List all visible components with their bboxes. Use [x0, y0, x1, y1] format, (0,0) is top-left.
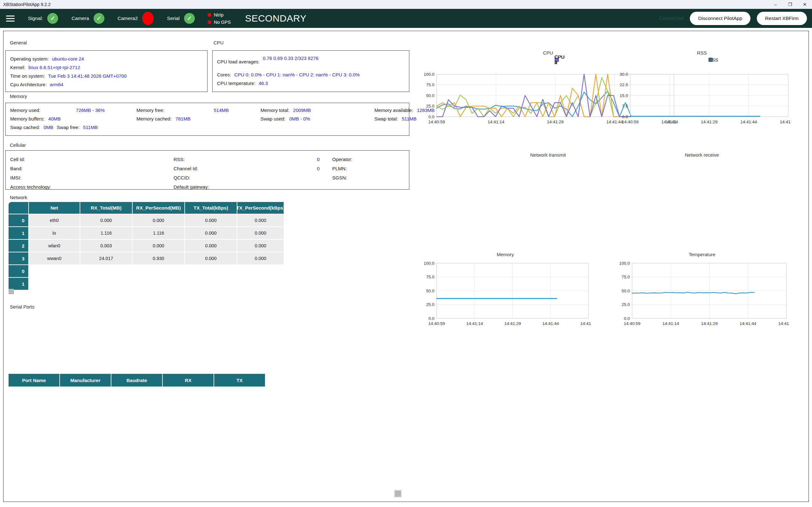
- table-cell: 0.000: [185, 252, 237, 265]
- cellular-section-label: Cellular: [10, 143, 26, 148]
- field-label: Memory available:: [374, 106, 413, 114]
- svg-text:0.0: 0.0: [622, 114, 628, 119]
- field-value: 511MB: [83, 123, 98, 131]
- field-value: 514MB: [213, 106, 229, 114]
- field-label: Swap free:: [57, 123, 80, 131]
- close-icon[interactable]: ✕: [797, 0, 812, 9]
- svg-text:100.0: 100.0: [619, 261, 630, 266]
- field-label: Time on system:: [10, 73, 45, 79]
- svg-text:75.0: 75.0: [426, 82, 435, 87]
- status-signal: Signal: ✓: [28, 13, 58, 24]
- table-row: 1 lo 1.116 1.116 0.000 0.000: [9, 227, 284, 239]
- table-cell: wlan0: [29, 240, 80, 252]
- table-cell: 0.000: [80, 214, 132, 226]
- resize-handle[interactable]: [395, 491, 401, 497]
- window-controls: – ❐ ✕: [768, 0, 812, 9]
- table-cell: 24.017: [80, 252, 132, 265]
- svg-text:14:40:59: 14:40:59: [624, 321, 641, 326]
- svg-text:0.0: 0.0: [428, 316, 435, 321]
- field-label: Cell Id:: [10, 155, 25, 164]
- svg-text:14:40:59: 14:40:59: [622, 119, 639, 124]
- header-actions: Connected Disconnect PilotApp Restart XB…: [659, 12, 807, 25]
- gps-label: No GPS: [214, 20, 231, 25]
- field-value: Tue Feb 3 14:41:48 2026 GMT+0700: [48, 73, 126, 79]
- svg-text:25.0: 25.0: [426, 302, 435, 307]
- svg-text:22.5: 22.5: [620, 82, 628, 87]
- status-camera2-label: Camera2: [118, 15, 138, 21]
- status-signal-label: Signal:: [28, 15, 43, 21]
- field-value: arm64: [50, 82, 63, 87]
- field-value: 0: [317, 164, 319, 173]
- restart-xbfirm-button[interactable]: Restart XBFirm: [757, 12, 807, 25]
- field-label: Swap used:: [260, 114, 285, 123]
- table-cell: 0.930: [133, 252, 184, 265]
- table-cell: 0.000: [237, 227, 284, 239]
- table-cell: 1.116: [80, 227, 132, 239]
- rss-chart: RSSRSS0.07.515.022.530.014:40:5914:41:14…: [613, 50, 791, 129]
- field-label: RSS:: [173, 155, 185, 164]
- field-label: Channel Id:: [173, 164, 198, 173]
- minimize-icon[interactable]: –: [768, 0, 783, 9]
- mode-title: SECONDARY: [245, 13, 307, 24]
- svg-text:100.0: 100.0: [423, 72, 435, 77]
- cellular-row: Band: Channel Id:0 PLMN:: [10, 164, 404, 173]
- table-corner-cell: [9, 202, 28, 214]
- field-value: linux 6.6.51+rpt-rpi-2712: [29, 65, 80, 70]
- table-row: 1: [9, 278, 284, 290]
- table-cell: 0.000: [133, 240, 184, 252]
- red-dot-icon: [207, 13, 211, 17]
- row-index: 2: [9, 240, 28, 252]
- cellular-row: Cell Id: RSS:0 Operator:: [10, 155, 404, 164]
- field-label: SGSN:: [332, 173, 347, 182]
- main-content: General Operating system:ubuntu-core 24 …: [3, 31, 809, 502]
- ntrip-status: Ntrip: [207, 12, 231, 17]
- field-value: 46.3: [259, 80, 268, 86]
- svg-text:14:41:29: 14:41:29: [504, 321, 521, 326]
- table-cell: 0.000: [185, 227, 237, 239]
- field-label: Swap total:: [374, 114, 398, 123]
- scrollbar-thumb[interactable]: [9, 289, 14, 294]
- status-camera2: Camera2: [118, 12, 154, 25]
- gps-status: No GPS: [207, 20, 231, 25]
- row-index: 1: [9, 278, 28, 290]
- svg-text:100.0: 100.0: [423, 261, 435, 266]
- memory-info-box: Memory used:726MB - 36% Memory free:514M…: [5, 103, 409, 136]
- cellular-row: Access technology: Default gateway:: [10, 182, 404, 191]
- svg-text:14:41:44: 14:41:44: [740, 321, 757, 326]
- field-value: 0MB - 0%: [289, 114, 310, 123]
- field-value: 0.76 0.69 0.33 2/323 8276: [263, 55, 318, 61]
- red-dot-icon: [207, 20, 211, 24]
- check-circle-icon: ✓: [184, 13, 195, 24]
- app-header: Signal: ✓ Camera ✓ Camera2 Serial ✓ Ntri…: [0, 9, 812, 28]
- chart-title: Network receive: [613, 152, 791, 158]
- svg-text:14:40:59: 14:40:59: [428, 119, 445, 124]
- maximize-icon[interactable]: ❐: [783, 0, 797, 9]
- cpu-info-box: CPU load averages:0.76 0.69 0.33 2/323 8…: [212, 50, 409, 92]
- row-index: 3: [9, 252, 28, 265]
- svg-text:14:41:29: 14:41:29: [701, 321, 718, 326]
- svg-text:30.0: 30.0: [620, 72, 628, 77]
- svg-text:14:41:59: 14:41:59: [580, 321, 592, 326]
- field-label: CPU load averages:: [217, 59, 260, 64]
- field-value: 0: [317, 155, 319, 164]
- svg-text:14:41:29: 14:41:29: [701, 119, 718, 124]
- serial-ports-table-header: Port Name Manufacturer Baudrate RX TX: [9, 374, 265, 387]
- menu-icon[interactable]: [6, 15, 15, 21]
- table-cell: 0.000: [185, 240, 237, 252]
- chart-plot-area: 0.07.515.022.530.014:40:5914:41:1414:41:…: [613, 50, 791, 129]
- table-cell: 0.000: [185, 214, 237, 226]
- memory-chart: Memory0.025.050.075.0100.014:40:5914:41:…: [419, 251, 592, 331]
- network-receive-chart: Network receive: [613, 152, 791, 161]
- column-header: Manufacturer: [60, 374, 111, 387]
- field-label: Memory total:: [260, 106, 289, 114]
- svg-text:14:41:14: 14:41:14: [661, 119, 678, 124]
- field-label: Kernel:: [10, 65, 26, 70]
- column-header: Net: [29, 202, 80, 214]
- field-label: Default gateway:: [173, 182, 209, 191]
- svg-text:25.0: 25.0: [622, 302, 630, 307]
- svg-text:25.0: 25.0: [426, 104, 435, 108]
- network-table: Net RX_Total(MB) RX_PerSecond(MB) TX_Tot…: [9, 202, 284, 290]
- svg-text:14:41:14: 14:41:14: [662, 321, 679, 326]
- column-header: RX_Total(MB): [80, 202, 132, 214]
- disconnect-pilotapp-button[interactable]: Disconnect PilotApp: [690, 12, 751, 25]
